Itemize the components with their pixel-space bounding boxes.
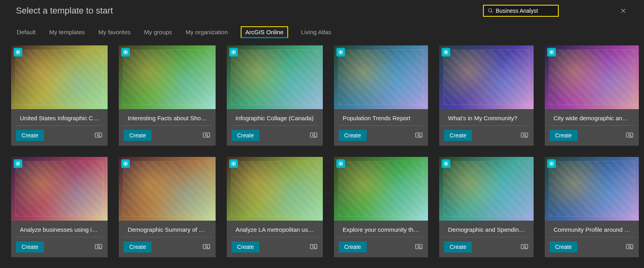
preview-icon[interactable] — [414, 243, 423, 251]
preview-icon[interactable] — [309, 243, 318, 251]
svg-rect-15 — [232, 51, 234, 53]
create-button[interactable]: Create — [124, 241, 151, 252]
svg-rect-31 — [626, 133, 633, 137]
svg-rect-26 — [521, 133, 528, 137]
tab-living-atlas[interactable]: Living Atlas — [300, 26, 332, 38]
search-input[interactable]: Business Analyst — [483, 5, 559, 17]
preview-icon[interactable] — [520, 131, 529, 140]
template-card: What's in My Community?Create — [439, 45, 534, 146]
template-title: Analyze businesses using i… — [15, 221, 104, 237]
template-title: Community Profile around … — [549, 221, 635, 237]
template-title: Demographic Summary of … — [123, 221, 211, 237]
template-card: Interesting Facts about Sho…Create — [119, 45, 215, 146]
create-button[interactable]: Create — [232, 130, 259, 141]
search-value: Business Analyst — [496, 8, 538, 14]
svg-point-42 — [205, 245, 208, 248]
tab-default[interactable]: Default — [16, 26, 37, 38]
svg-rect-20 — [340, 51, 342, 53]
template-thumbnail[interactable] — [119, 45, 215, 109]
experience-builder-icon — [442, 159, 450, 168]
preview-icon[interactable] — [414, 131, 423, 140]
create-button[interactable]: Create — [550, 241, 577, 252]
template-thumbnail[interactable] — [439, 157, 534, 221]
template-thumbnail[interactable] — [11, 45, 108, 109]
template-card: Demographic Summary of …Create — [119, 157, 215, 257]
preview-icon[interactable] — [202, 243, 211, 251]
svg-point-62 — [629, 245, 631, 248]
svg-point-7 — [98, 134, 100, 136]
svg-point-47 — [312, 245, 315, 248]
template-title: City wide demographic an… — [549, 109, 635, 126]
svg-point-32 — [629, 134, 631, 136]
tab-my-templates[interactable]: My templates — [49, 26, 86, 38]
tab-my-groups[interactable]: My groups — [143, 26, 173, 38]
create-button[interactable]: Create — [339, 241, 367, 252]
svg-rect-51 — [416, 245, 422, 249]
tab-my-organization[interactable]: My organization — [185, 26, 229, 38]
svg-rect-45 — [232, 163, 234, 165]
tab-arcgis-online[interactable]: ArcGIS Online — [241, 26, 289, 38]
create-button[interactable]: Create — [16, 130, 44, 141]
template-thumbnail[interactable] — [334, 45, 428, 109]
svg-rect-46 — [310, 245, 317, 249]
preview-icon[interactable] — [309, 131, 318, 140]
tab-my-favorites[interactable]: My favorites — [98, 26, 132, 38]
template-thumbnail[interactable] — [227, 45, 323, 109]
svg-rect-21 — [416, 133, 422, 137]
preview-icon[interactable] — [202, 131, 211, 140]
svg-point-27 — [523, 134, 526, 136]
template-thumbnail[interactable] — [334, 157, 428, 221]
page-title: Select a template to start — [16, 6, 113, 16]
template-title: Explore your community th… — [338, 221, 424, 237]
svg-rect-25 — [445, 51, 447, 53]
svg-rect-36 — [95, 245, 102, 249]
template-thumbnail[interactable] — [545, 157, 639, 221]
preview-icon[interactable] — [520, 243, 529, 251]
template-thumbnail[interactable] — [11, 157, 108, 221]
svg-rect-16 — [310, 133, 317, 137]
template-card: Demographic and Spendin…Create — [439, 157, 534, 257]
template-card: Infographic Collage (Canada)Create — [227, 45, 323, 146]
create-button[interactable]: Create — [444, 241, 472, 252]
svg-rect-60 — [550, 163, 552, 165]
preview-icon[interactable] — [94, 131, 103, 140]
svg-point-12 — [205, 134, 208, 136]
create-button[interactable]: Create — [16, 241, 44, 252]
svg-point-52 — [418, 245, 420, 248]
template-title: United States Infographic C… — [15, 109, 104, 126]
template-grid: United States Infographic C…CreateIntere… — [0, 42, 644, 260]
svg-rect-55 — [445, 163, 447, 165]
experience-builder-icon — [14, 159, 22, 168]
template-title: Interesting Facts about Sho… — [123, 109, 211, 126]
preview-icon[interactable] — [625, 243, 634, 251]
clear-search-button[interactable] — [618, 6, 628, 16]
svg-point-17 — [312, 134, 315, 136]
template-thumbnail[interactable] — [227, 157, 323, 221]
template-title: Analyze LA metropolitan us… — [231, 221, 319, 237]
create-button[interactable]: Create — [550, 130, 577, 141]
template-thumbnail[interactable] — [439, 45, 534, 109]
template-thumbnail[interactable] — [545, 45, 639, 109]
experience-builder-icon — [547, 159, 556, 168]
template-title: What's in My Community? — [443, 109, 530, 126]
experience-builder-icon — [229, 48, 238, 57]
experience-builder-icon — [547, 48, 556, 57]
template-card: United States Infographic C…Create — [11, 45, 108, 146]
template-title: Infographic Collage (Canada) — [231, 109, 319, 126]
create-button[interactable]: Create — [232, 241, 259, 252]
preview-icon[interactable] — [94, 243, 103, 251]
svg-line-1 — [491, 12, 493, 13]
create-button[interactable]: Create — [444, 130, 472, 141]
svg-point-22 — [418, 134, 420, 136]
svg-rect-41 — [203, 245, 210, 249]
create-button[interactable]: Create — [124, 130, 151, 141]
create-button[interactable]: Create — [339, 130, 367, 141]
svg-point-57 — [523, 245, 526, 248]
svg-rect-56 — [521, 245, 528, 249]
template-thumbnail[interactable] — [119, 157, 215, 221]
template-title: Demographic and Spendin… — [443, 221, 530, 237]
preview-icon[interactable] — [625, 131, 634, 140]
svg-rect-10 — [125, 51, 127, 53]
svg-rect-30 — [550, 51, 552, 53]
search-icon — [488, 8, 493, 14]
